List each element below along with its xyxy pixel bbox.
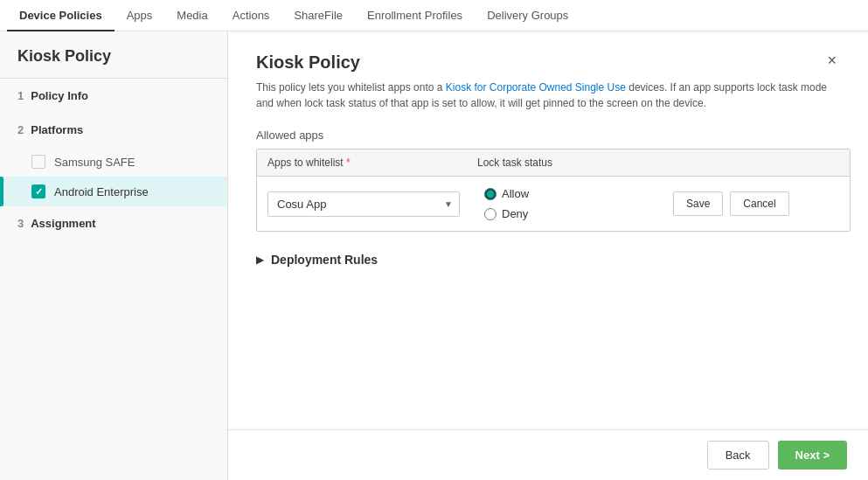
step-3-label: Assignment	[31, 217, 95, 230]
top-nav: Device Policies Apps Media Actions Share…	[0, 0, 868, 31]
sidebar-title: Kiosk Policy	[0, 31, 227, 79]
app-select-wrapper: Cosu App ▼	[267, 191, 460, 217]
radio-label-allow[interactable]: Allow	[484, 187, 666, 200]
next-button[interactable]: Next >	[778, 441, 847, 470]
cancel-button[interactable]: Cancel	[730, 191, 788, 216]
nav-apps[interactable]: Apps	[115, 0, 165, 31]
nav-actions[interactable]: Actions	[220, 0, 282, 31]
deployment-rules[interactable]: ▶ Deployment Rules	[256, 253, 840, 267]
policy-description: This policy lets you whitelist apps onto…	[256, 80, 840, 111]
row-actions-cell: Save Cancel	[666, 191, 843, 216]
radio-deny[interactable]	[484, 208, 496, 220]
table-row: Cosu App ▼ Allow Deny	[257, 177, 850, 231]
step-1-label: Policy Info	[31, 89, 88, 102]
radio-deny-label: Deny	[502, 207, 528, 220]
radio-allow[interactable]	[484, 188, 496, 200]
deployment-rules-label: Deployment Rules	[271, 253, 378, 267]
lock-task-status-cell: Allow Deny	[474, 187, 666, 220]
nav-device-policies[interactable]: Device Policies	[7, 0, 115, 31]
sidebar-step-1[interactable]: 1 Policy Info	[0, 79, 227, 113]
apps-table: Apps to whitelist * Lock task status Cos…	[256, 149, 851, 232]
active-indicator	[0, 177, 3, 206]
radio-group-lock-task: Allow Deny	[474, 187, 666, 220]
nav-enrollment-profiles[interactable]: Enrollment Profiles	[355, 0, 475, 31]
step-1-num: 1	[17, 89, 24, 102]
row-actions: Save Cancel	[666, 191, 843, 216]
table-header: Apps to whitelist * Lock task status	[257, 150, 850, 177]
samsung-safe-checkbox	[31, 155, 45, 169]
sidebar-step-3[interactable]: 3 Assignment	[0, 206, 227, 240]
nav-sharefile[interactable]: ShareFile	[281, 0, 355, 31]
sidebar-step-2[interactable]: 2 Platforms	[0, 113, 227, 147]
allowed-apps-label: Allowed apps	[256, 129, 840, 142]
step-2-label: Platforms	[31, 123, 83, 136]
nav-media[interactable]: Media	[164, 0, 219, 31]
footer: Back Next >	[228, 429, 868, 480]
header-apps-to-whitelist: Apps to whitelist *	[257, 150, 467, 176]
sidebar-item-android-enterprise[interactable]: Android Enterprise	[0, 177, 227, 206]
back-button[interactable]: Back	[707, 441, 769, 470]
android-enterprise-checkbox	[31, 184, 45, 198]
main-layout: Kiosk Policy 1 Policy Info 2 Platforms S…	[0, 31, 868, 480]
content-area: Kiosk Policy × This policy lets you whit…	[228, 31, 868, 480]
policy-header: Kiosk Policy ×	[256, 52, 840, 73]
radio-allow-label: Allow	[502, 187, 529, 200]
policy-title: Kiosk Policy	[256, 52, 360, 73]
save-button[interactable]: Save	[673, 191, 723, 216]
header-actions	[659, 150, 850, 176]
sidebar: Kiosk Policy 1 Policy Info 2 Platforms S…	[0, 31, 228, 480]
radio-label-deny[interactable]: Deny	[484, 207, 666, 220]
app-select-dropdown[interactable]: Cosu App	[267, 191, 460, 217]
android-enterprise-label: Android Enterprise	[54, 185, 149, 198]
samsung-safe-label: Samsung SAFE	[54, 156, 135, 169]
nav-delivery-groups[interactable]: Delivery Groups	[475, 0, 580, 31]
close-button[interactable]: ×	[823, 52, 840, 68]
sidebar-item-samsung-safe[interactable]: Samsung SAFE	[0, 147, 227, 177]
step-2-num: 2	[17, 123, 24, 136]
app-select-cell: Cosu App ▼	[264, 191, 474, 217]
step-3-num: 3	[17, 217, 24, 230]
kiosk-link[interactable]: Kiosk for Corporate Owned Single Use	[446, 81, 626, 94]
deployment-rules-arrow-icon: ▶	[256, 254, 264, 266]
header-lock-task-status: Lock task status	[467, 150, 659, 176]
required-star: *	[344, 157, 351, 169]
